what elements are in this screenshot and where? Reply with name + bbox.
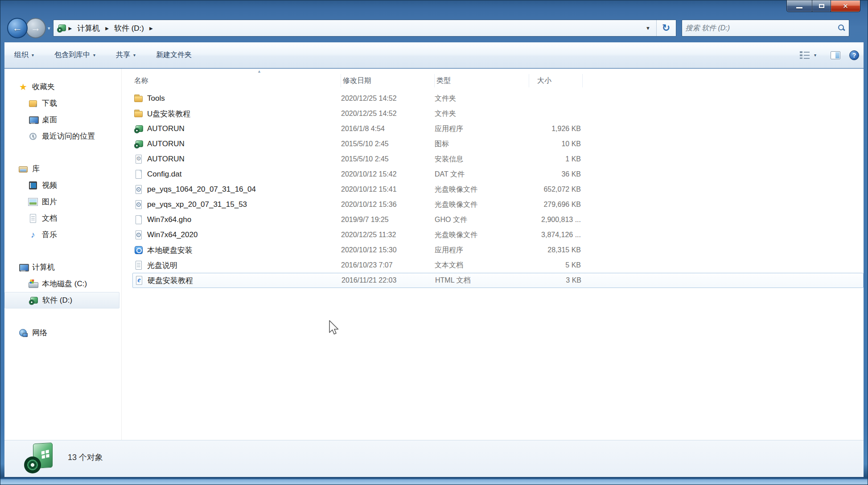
- sidebar-item-documents[interactable]: 文档: [4, 210, 121, 226]
- application-icon: [134, 246, 143, 255]
- column-header-size[interactable]: 大小: [529, 74, 583, 87]
- file-type: 光盘映像文件: [435, 200, 529, 210]
- search-input[interactable]: [686, 24, 835, 32]
- address-bar[interactable]: ▶ 计算机 ▶ 软件 (D:) ▶ ▼ ↻: [53, 20, 676, 37]
- file-name: AUTORUN: [147, 140, 185, 148]
- minimize-button[interactable]: [786, 0, 812, 12]
- file-size: 5 KB: [529, 261, 583, 269]
- disc-image-icon: [134, 230, 143, 239]
- sidebar-item-music[interactable]: ♪ 音乐: [4, 226, 121, 243]
- file-row[interactable]: U盘安装教程 2020/12/25 14:52 文件夹: [132, 106, 864, 121]
- new-folder-button[interactable]: 新建文件夹: [151, 47, 197, 63]
- navigation-bar: ← → ▾ ▶ 计算机 ▶ 软件 (D:) ▶ ▼ ↻: [4, 16, 864, 40]
- sidebar-item-favorites[interactable]: ★ 收藏夹: [4, 78, 121, 95]
- file-date: 2016/10/23 7:07: [341, 261, 435, 269]
- file-row[interactable]: AUTORUN 2015/5/10 2:45 图标 10 KB: [132, 136, 864, 152]
- close-button[interactable]: ✕: [831, 0, 860, 12]
- file-name: Win7x64.gho: [147, 215, 191, 224]
- breadcrumb-arrow-icon[interactable]: ▶: [68, 26, 73, 31]
- file-row[interactable]: 光盘说明 2016/10/23 7:07 文本文档 5 KB: [132, 258, 864, 273]
- file-row[interactable]: 本地硬盘安装 2020/10/12 15:30 应用程序 28,315 KB: [132, 242, 864, 258]
- sidebar-label: 网络: [32, 328, 47, 338]
- sidebar-item-recent-places[interactable]: 最近访问的位置: [4, 128, 121, 144]
- close-icon: ✕: [843, 2, 848, 10]
- file-size: 36 KB: [529, 170, 583, 178]
- file-row-selected[interactable]: 硬盘安装教程 2016/11/21 22:03 HTML 文档 3 KB: [132, 273, 864, 288]
- file-type: 光盘映像文件: [435, 230, 529, 240]
- file-row[interactable]: Config.dat 2020/10/12 15:42 DAT 文件 36 KB: [132, 167, 864, 182]
- change-view-button[interactable]: ▾: [794, 48, 822, 62]
- column-header-name[interactable]: 名称: [132, 74, 341, 87]
- videos-icon: [29, 181, 37, 190]
- sidebar-label: 收藏夹: [32, 82, 55, 92]
- organize-label: 组织: [14, 50, 29, 60]
- sidebar-item-desktop[interactable]: 桌面: [4, 111, 121, 128]
- organize-button[interactable]: 组织 ▾: [9, 47, 39, 63]
- column-header-type[interactable]: 类型: [435, 74, 529, 87]
- file-name: Config.dat: [147, 170, 182, 179]
- back-arrow-icon: ←: [12, 22, 22, 34]
- sort-ascending-icon: ▲: [257, 69, 261, 74]
- file-date: 2020/10/12 15:42: [341, 170, 435, 178]
- sidebar-item-downloads[interactable]: 下载: [4, 95, 121, 111]
- sidebar-item-videos[interactable]: 视频: [4, 177, 121, 193]
- back-button[interactable]: ←: [7, 18, 28, 38]
- share-label: 共享: [116, 50, 130, 60]
- file-row[interactable]: AUTORUN 2016/1/8 4:54 应用程序 1,926 KB: [132, 121, 864, 136]
- sidebar-item-network[interactable]: 网络: [4, 325, 121, 341]
- chevron-down-icon: ▾: [133, 53, 136, 58]
- toolbar-right-group: ▾ ?: [794, 48, 859, 62]
- sidebar-item-libraries[interactable]: 库: [4, 160, 121, 177]
- file-type: 图标: [435, 140, 529, 149]
- breadcrumb-arrow-icon[interactable]: ▶: [104, 26, 110, 31]
- file-row[interactable]: Tools 2020/12/25 14:52 文件夹: [132, 91, 864, 106]
- maximize-button[interactable]: [812, 0, 831, 12]
- include-in-library-button[interactable]: 包含到库中 ▾: [49, 47, 101, 63]
- new-folder-label: 新建文件夹: [156, 50, 192, 60]
- help-icon[interactable]: ?: [849, 50, 859, 60]
- sidebar-item-local-disk-c[interactable]: 本地磁盘 (C:): [4, 275, 121, 292]
- file-row[interactable]: Win7x64_2020 2020/12/25 11:32 光盘映像文件 3,8…: [132, 227, 864, 242]
- forward-arrow-icon: →: [31, 22, 41, 34]
- star-icon: ★: [19, 82, 28, 91]
- file-size: 279,696 KB: [529, 201, 583, 209]
- file-type: 应用程序: [435, 124, 529, 134]
- window-controls: ✕: [786, 0, 860, 12]
- disc-image-icon: [134, 185, 143, 194]
- libraries-icon: [19, 164, 28, 173]
- file-date: 2019/9/7 19:25: [341, 216, 435, 224]
- forward-button[interactable]: →: [25, 18, 46, 38]
- file-row[interactable]: pe_yqs_xp_20_07_31_15_53 2020/10/12 15:3…: [132, 197, 864, 212]
- sidebar-item-pictures[interactable]: 图片: [4, 193, 121, 210]
- breadcrumb-item-drive-d[interactable]: 软件 (D:): [111, 21, 147, 35]
- sidebar-label: 计算机: [32, 262, 55, 272]
- file-name: pe_yqs_1064_20_07_31_16_04: [147, 185, 256, 194]
- windows-flag-icon: [41, 451, 45, 454]
- column-header-date-modified[interactable]: 修改日期: [341, 74, 435, 87]
- sidebar-label: 音乐: [42, 230, 57, 240]
- sidebar-item-drive-d[interactable]: 软件 (D:): [4, 292, 119, 308]
- sidebar-label: 视频: [42, 180, 57, 190]
- computer-icon: [19, 263, 28, 272]
- share-button[interactable]: 共享 ▾: [111, 47, 141, 63]
- html-document-icon: [135, 276, 144, 285]
- command-toolbar: 组织 ▾ 包含到库中 ▾ 共享 ▾ 新建文件夹 ▾ ?: [4, 42, 864, 68]
- drive-d-icon[interactable]: [57, 24, 66, 33]
- file-date: 2015/5/10 2:45: [341, 140, 435, 148]
- drive-d-icon: [29, 296, 38, 305]
- breadcrumb: ▶ 计算机 ▶ 软件 (D:) ▶: [53, 20, 640, 36]
- preview-pane-icon[interactable]: [831, 51, 840, 59]
- file-type: DAT 文件: [435, 170, 529, 179]
- file-row[interactable]: pe_yqs_1064_20_07_31_16_04 2020/10/12 15…: [132, 182, 864, 197]
- desktop-icon: [29, 115, 37, 124]
- sidebar-item-computer[interactable]: 计算机: [4, 259, 121, 275]
- file-row[interactable]: Win7x64.gho 2019/9/7 19:25 GHO 文件 2,900,…: [132, 212, 864, 227]
- refresh-button[interactable]: ↻: [656, 20, 676, 36]
- recent-pages-chevron-icon[interactable]: ▾: [48, 25, 50, 31]
- sidebar-label: 本地磁盘 (C:): [42, 279, 87, 289]
- breadcrumb-arrow-icon[interactable]: ▶: [148, 26, 154, 31]
- breadcrumb-item-computer[interactable]: 计算机: [74, 21, 103, 35]
- address-dropdown-button[interactable]: ▼: [640, 20, 656, 36]
- file-date: 2016/11/21 22:03: [341, 276, 435, 284]
- file-row[interactable]: AUTORUN 2015/5/10 2:45 安装信息 1 KB: [132, 152, 864, 167]
